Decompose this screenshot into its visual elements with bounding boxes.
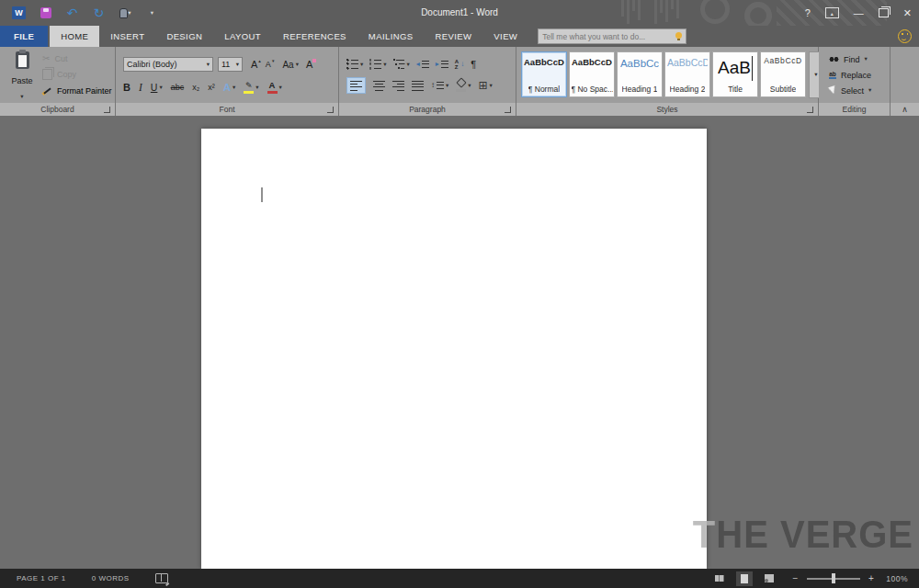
sort-button[interactable]: AZ↓ xyxy=(455,59,464,70)
align-left-button[interactable] xyxy=(346,77,366,94)
touch-mode-button[interactable]: ▾ xyxy=(112,2,139,24)
save-button[interactable] xyxy=(32,2,59,24)
copy-button[interactable]: Copy xyxy=(42,67,112,84)
highlight-swatch xyxy=(244,91,254,94)
zoom-slider-thumb[interactable] xyxy=(832,573,835,583)
ribbon-display-options-button[interactable]: ▴ xyxy=(825,7,839,18)
tab-mailings[interactable]: MAILINGS xyxy=(357,26,425,47)
style-subtitle[interactable]: AaBbCcD Subtitle xyxy=(760,51,806,97)
proofing-status-icon[interactable] xyxy=(155,573,168,583)
tab-file[interactable]: FILE xyxy=(0,26,48,47)
italic-button[interactable]: I xyxy=(139,82,142,93)
tab-layout[interactable]: LAYOUT xyxy=(213,26,272,47)
align-center-button[interactable] xyxy=(373,80,385,91)
style-no-spacing[interactable]: AaBbCcDc ¶ No Spac... xyxy=(569,51,615,97)
bullet-list-icon xyxy=(346,59,358,70)
style-normal[interactable]: AaBbCcDc ¶ Normal xyxy=(521,51,567,97)
format-painter-button[interactable]: Format Painter xyxy=(42,83,112,99)
customize-qat-button[interactable]: ▾ xyxy=(139,2,165,24)
align-left-icon xyxy=(350,80,362,91)
underline-button[interactable]: U▾ xyxy=(151,82,163,93)
decrease-indent-button[interactable]: ◂ xyxy=(416,59,429,70)
bold-button[interactable]: B xyxy=(123,82,130,93)
subscript-button[interactable]: x₂ xyxy=(192,83,199,92)
paste-button[interactable]: Paste ▾ xyxy=(6,51,39,99)
smiley-eye xyxy=(902,33,903,35)
zoom-out-button[interactable]: − xyxy=(793,574,799,583)
clear-formatting-button[interactable]: A xyxy=(306,59,316,70)
superscript-button[interactable]: x² xyxy=(208,83,215,92)
numbered-list-icon xyxy=(369,59,381,70)
shading-button[interactable]: ▾ xyxy=(456,79,471,92)
style-heading-2[interactable]: AaBbCcD Heading 2 xyxy=(664,51,710,97)
tell-me-input[interactable] xyxy=(539,32,671,41)
restore-button[interactable] xyxy=(879,8,889,17)
word-logo-icon[interactable]: W xyxy=(6,2,32,24)
dialog-launcher-icon[interactable] xyxy=(807,107,813,113)
font-size-combo[interactable]: 11 ▾ xyxy=(218,57,243,72)
justify-button[interactable] xyxy=(412,80,424,91)
scissors-icon: ✂ xyxy=(42,53,50,63)
shrink-font-button[interactable]: A▾ xyxy=(266,60,275,69)
tab-view[interactable]: VIEW xyxy=(482,26,528,47)
dialog-launcher-icon[interactable] xyxy=(327,107,334,113)
replace-button[interactable]: ab Replace xyxy=(829,67,871,83)
collapse-ribbon-button[interactable]: ∧ xyxy=(902,105,908,114)
help-button[interactable]: ? xyxy=(805,8,811,18)
verge-watermark: THE VERGE xyxy=(693,514,913,553)
web-layout-button[interactable] xyxy=(761,571,777,586)
font-name-combo[interactable]: Calibri (Body) ▾ xyxy=(123,57,213,72)
shading-swatch xyxy=(456,89,466,92)
dropdown-arrow-icon: ▾ xyxy=(236,62,239,68)
word-count[interactable]: 0 WORDS xyxy=(92,574,130,582)
dialog-launcher-icon[interactable] xyxy=(104,107,110,113)
multilevel-list-icon xyxy=(393,59,405,70)
tell-me-box[interactable] xyxy=(538,28,686,44)
increase-indent-button[interactable]: ▸ xyxy=(436,59,448,70)
grow-font-button[interactable]: A▴ xyxy=(251,59,261,70)
cut-button[interactable]: ✂ Cut xyxy=(42,51,112,67)
align-right-icon xyxy=(392,80,404,91)
minimize-button[interactable]: — xyxy=(854,8,864,18)
document-page[interactable] xyxy=(201,129,707,569)
select-button[interactable]: Select ▾ xyxy=(829,83,871,98)
borders-button[interactable]: ⊞▾ xyxy=(479,80,493,91)
highlight-color-button[interactable]: ✎▾ xyxy=(244,82,258,94)
align-right-button[interactable] xyxy=(392,80,404,91)
font-color-button[interactable]: A▾ xyxy=(267,81,282,94)
tab-design[interactable]: DESIGN xyxy=(155,26,213,47)
style-heading-1[interactable]: AaBbCc Heading 1 xyxy=(617,51,663,97)
tab-references[interactable]: REFERENCES xyxy=(272,26,357,47)
print-layout-button[interactable] xyxy=(736,571,753,586)
multilevel-list-button[interactable]: ▾ xyxy=(393,59,410,70)
change-case-button[interactable]: Aa▾ xyxy=(282,60,299,70)
undo-button[interactable]: ↶ xyxy=(59,2,85,24)
dialog-launcher-icon[interactable] xyxy=(505,107,511,113)
numbering-button[interactable]: ▾ xyxy=(369,59,386,70)
find-button[interactable]: Find ▾ xyxy=(829,51,871,67)
page-indicator[interactable]: PAGE 1 OF 1 xyxy=(17,574,66,582)
quick-access-toolbar: W ↶ ↻ ▾ ▾ xyxy=(6,0,165,26)
zoom-in-button[interactable]: + xyxy=(868,574,874,583)
read-mode-button[interactable] xyxy=(711,571,728,586)
text-effects-button[interactable]: A▾ xyxy=(223,82,236,93)
bullets-button[interactable]: ▾ xyxy=(346,59,363,70)
close-button[interactable]: ✕ xyxy=(903,8,912,18)
send-smile-button[interactable] xyxy=(898,29,912,43)
zoom-level[interactable]: 100% xyxy=(886,574,908,583)
right-arrow-icon: ▸ xyxy=(436,61,439,68)
justify-icon xyxy=(412,80,424,91)
word-app-window: { "window": { "title": "Document1 - Word… xyxy=(0,0,919,588)
group-clipboard: Paste ▾ ✂ Cut Copy Format Painter Clipbo… xyxy=(0,47,116,116)
line-spacing-button[interactable]: ↕▾ xyxy=(431,80,448,91)
show-formatting-marks-button[interactable]: ¶ xyxy=(471,60,476,70)
tab-insert[interactable]: INSERT xyxy=(99,26,155,47)
style-title[interactable]: AaB Title xyxy=(712,51,758,97)
tab-review[interactable]: REVIEW xyxy=(424,26,482,47)
updown-arrow-icon: ↕ xyxy=(431,82,435,89)
tab-home[interactable]: HOME xyxy=(50,26,99,47)
strikethrough-button[interactable]: abc xyxy=(171,83,185,92)
zoom-slider[interactable] xyxy=(807,578,860,580)
redo-button[interactable]: ↻ xyxy=(85,2,112,24)
copy-icon xyxy=(42,69,52,80)
